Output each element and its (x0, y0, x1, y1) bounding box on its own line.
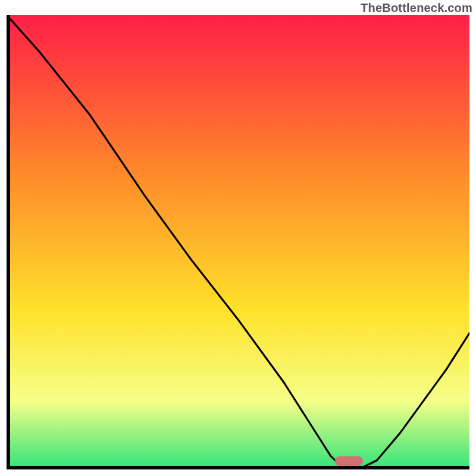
chart-frame (7, 15, 469, 469)
optimal-marker (335, 456, 363, 466)
axis-left (7, 15, 10, 469)
axis-bottom (7, 466, 469, 469)
chart-background-gradient (7, 15, 469, 469)
chart-plot-area (7, 15, 469, 469)
attribution-text: TheBottleneck.com (361, 1, 472, 15)
chart-svg (7, 15, 469, 469)
